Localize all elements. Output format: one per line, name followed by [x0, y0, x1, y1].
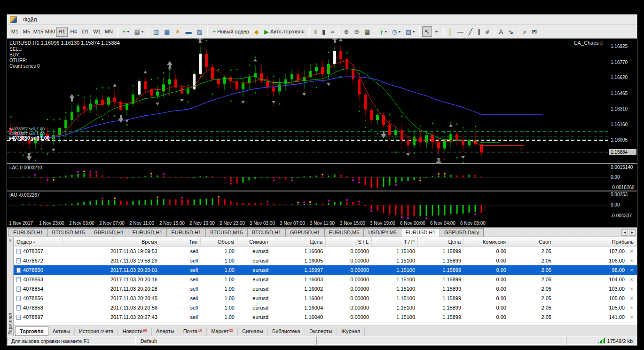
chart-tab-2[interactable]: GBPUSD,H1 — [89, 228, 128, 237]
status-connection[interactable]: 17549/2 kb — [566, 337, 636, 345]
column-header-5[interactable]: Цена — [271, 237, 326, 246]
terminal-tab-0[interactable]: Торговля — [15, 326, 48, 336]
terminal-tab-5[interactable]: Почта10 — [179, 327, 207, 335]
periods-button[interactable]: ◷▾ — [390, 26, 403, 37]
close-order-button[interactable]: × — [629, 286, 634, 292]
chart-tab-8[interactable]: EURUSD,M5 — [324, 228, 364, 237]
navigator-button[interactable]: ✶ — [173, 26, 183, 37]
horizontal-line-button[interactable]: — — [455, 26, 466, 37]
order-row[interactable]: 40788542017.11.03 20:20:28sell1.00eurusd… — [14, 284, 637, 294]
equidistant-channel-button[interactable]: ∥ — [475, 26, 483, 37]
new-chart-button[interactable]: +▾ — [120, 26, 132, 37]
status-profile[interactable]: Default — [137, 337, 315, 345]
terminal-tab-1[interactable]: Активы — [48, 327, 75, 335]
close-order-button[interactable]: × — [629, 295, 634, 301]
column-header-8[interactable]: Цена — [418, 237, 464, 246]
metaeditor-button[interactable]: ◆ — [252, 26, 261, 37]
timeframe-d1[interactable]: D1 — [79, 27, 91, 37]
app-icon[interactable] — [10, 16, 17, 23]
bar-chart-button[interactable]: ‖ — [312, 26, 319, 37]
zoom-out-button[interactable]: ⊖ — [352, 26, 361, 37]
chart-tab-1[interactable]: BTCUSD,M15 — [47, 228, 90, 237]
close-order-button[interactable]: × — [629, 277, 634, 282]
timeframe-m1[interactable]: M1 — [9, 27, 21, 37]
close-order-button[interactable]: × — [629, 258, 634, 263]
terminal-panel-button[interactable]: ▬ — [183, 26, 194, 37]
chart-tab-0[interactable]: EURUSD,H1 — [8, 228, 48, 237]
column-header-7[interactable]: T / P — [372, 237, 418, 246]
terminal-tab-2[interactable]: История счета — [75, 327, 118, 335]
new-order-button[interactable]: +Новый ордер — [210, 26, 251, 37]
data-window-button[interactable]: ▦ — [162, 26, 172, 37]
chat-button[interactable]: ✉ — [529, 26, 539, 37]
ac-indicator-plot[interactable]: i-AC 0.0000210 — [7, 164, 608, 191]
trendline-button[interactable]: ╱ — [466, 26, 475, 37]
column-header-10[interactable]: Своп — [509, 237, 554, 246]
column-header-0[interactable]: Ордер▵ — [14, 237, 63, 246]
candlestick-chart-button[interactable]: ▮ — [320, 26, 328, 37]
close-order-button[interactable]: × — [629, 267, 634, 273]
chart-profiles-button[interactable]: ▤▾ — [132, 26, 146, 37]
price-chart[interactable]: EURUSD,H1 1.16096 1.16130 1.15874 1.1588… — [7, 39, 608, 163]
strategy-tester-button[interactable]: ▧ — [194, 26, 204, 37]
templates-button[interactable]: ▨▾ — [403, 26, 417, 37]
timeframe-h1[interactable]: H1 — [56, 27, 68, 37]
order-row[interactable]: 40788582017.11.03 20:20:56sell1.00eurusd… — [14, 303, 637, 312]
crosshair-button[interactable]: + — [432, 26, 441, 37]
zoom-in-button[interactable]: ⊕ — [341, 26, 351, 37]
vertical-line-button[interactable]: │ — [446, 26, 455, 37]
chart-tab-9[interactable]: USDJPY,M5 — [363, 228, 401, 237]
fibonacci-button[interactable]: # — [483, 26, 491, 37]
close-order-button[interactable]: × — [629, 248, 634, 254]
order-row[interactable]: 40788562017.11.03 20:20:45sell1.00eurusd… — [14, 294, 637, 303]
order-row[interactable]: 40786722017.11.03 19:58:29sell1.00eurusd… — [14, 256, 637, 265]
autotrading-button[interactable]: ▶Авто-торговля — [262, 26, 307, 37]
ao-indicator-plot[interactable]: iAO -0.002267 — [7, 191, 608, 219]
indicators-button[interactable]: ƒ▾ — [377, 26, 389, 37]
menu-file[interactable]: Файл — [20, 16, 40, 24]
timeframe-h4[interactable]: H4 — [68, 27, 79, 37]
terminal-tab-3[interactable]: Новости99 — [118, 327, 152, 335]
chart-tab-11[interactable]: GBPUSD,Daily — [440, 228, 484, 237]
terminal-tab-10[interactable]: Журнал — [337, 327, 365, 335]
tile-windows-button[interactable]: ▦ — [362, 26, 372, 37]
line-chart-button[interactable]: ≈ — [328, 26, 336, 37]
column-header-3[interactable]: Объем — [201, 237, 237, 246]
terminal-tab-8[interactable]: Библиотека — [268, 327, 305, 335]
chart-tab-10[interactable]: EURUSD,H1 — [401, 228, 440, 237]
terminal-tab-9[interactable]: Эксперты — [305, 327, 337, 335]
terminal-tab-6[interactable]: Маркет55 — [207, 327, 238, 335]
order-row[interactable]: 40788532017.11.03 20:20:16sell1.00eurusd… — [14, 275, 637, 284]
text-label-button[interactable]: A — [497, 26, 506, 37]
market-watch-button[interactable]: ▥ — [151, 26, 161, 37]
timeframe-m30[interactable]: M30 — [44, 27, 56, 37]
column-header-1[interactable]: Время — [63, 237, 160, 246]
chart-search-button[interactable]: ⌕ — [521, 26, 529, 37]
terminal-tab-7[interactable]: Сигналы — [238, 327, 268, 335]
order-row[interactable]: 40783572017.11.03 19:09:53sell1.00eurusd… — [14, 247, 637, 256]
tab-scroll-right-icon[interactable]: ▸ — [629, 229, 636, 236]
column-header-2[interactable]: Тип — [160, 237, 201, 246]
chart-tab-4[interactable]: EURUSD,H1 — [166, 228, 206, 237]
column-header-4[interactable]: Символ — [237, 237, 271, 246]
column-header-11[interactable]: Прибыль — [554, 237, 637, 246]
column-header-6[interactable]: S / L — [326, 237, 372, 246]
cursor-button[interactable]: ↖ — [422, 26, 432, 37]
close-order-button[interactable]: × — [629, 305, 634, 310]
column-header-9[interactable]: Комиссия — [464, 237, 509, 246]
tab-scroll-left-icon[interactable]: ◂ — [621, 229, 628, 236]
terminal-tab-4[interactable]: Алерты — [152, 327, 179, 335]
terminal-close-button[interactable]: × — [8, 238, 11, 243]
timeframe-m15[interactable]: M15 — [32, 27, 44, 37]
timeframe-w1[interactable]: W1 — [91, 27, 103, 37]
order-row[interactable]: 40788972017.11.03 20:27:43sell1.00eurusd… — [14, 312, 637, 322]
close-order-button[interactable]: × — [629, 314, 634, 320]
chart-tab-6[interactable]: BTCUSD,H1 — [247, 228, 286, 237]
chart-tab-7[interactable]: GBPUSD,H1 — [285, 228, 325, 237]
arrows-tool-button[interactable]: ⇘ — [506, 26, 516, 37]
chart-tab-3[interactable]: EURUSD,H1 — [128, 228, 167, 237]
chart-tab-5[interactable]: BTCUSD,M15 — [205, 228, 248, 237]
timeframe-mn[interactable]: MN — [103, 27, 115, 37]
timeframe-m5[interactable]: M5 — [21, 27, 32, 37]
order-row[interactable]: 40788502017.11.03 20:20:01sell1.00eurusd… — [14, 265, 637, 275]
